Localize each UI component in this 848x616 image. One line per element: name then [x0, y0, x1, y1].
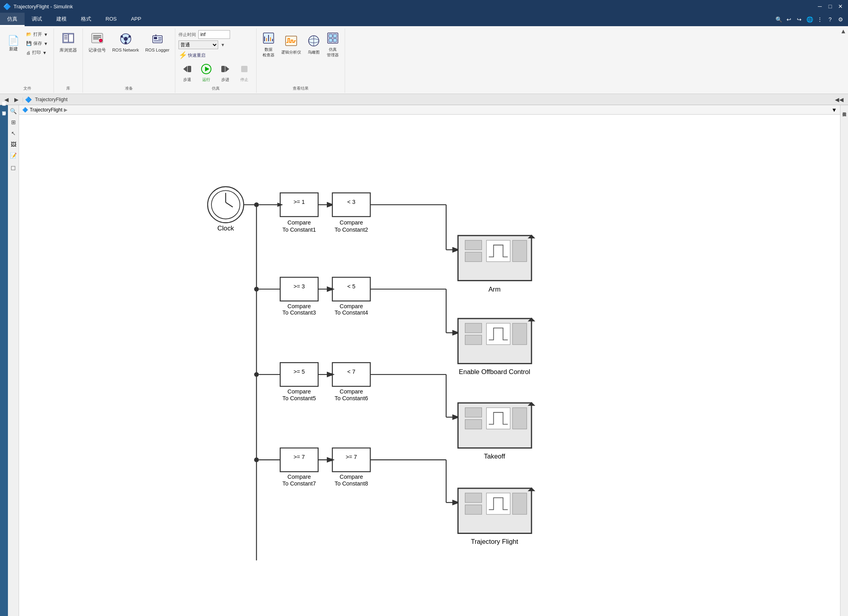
open-dropdown-icon: ▼ [44, 32, 48, 37]
print-button[interactable]: 🖨 打印 ▼ [24, 48, 50, 57]
toolbar-world-btn[interactable]: 🌐 [805, 15, 814, 24]
arm-label: Arm [488, 286, 501, 293]
run-button[interactable]: 运行 [198, 62, 215, 84]
sim-manager-button[interactable]: 仿真管理器 [324, 30, 342, 59]
trajectory-label: Trajectory Flight [471, 538, 518, 545]
toolbar-more-btn[interactable]: ⋮ [815, 15, 824, 24]
svg-marker-28 [225, 66, 229, 72]
library-browser-button[interactable]: 库浏览器 [57, 30, 79, 55]
svg-text:Compare: Compare [288, 474, 311, 480]
toolbar-help-btn[interactable]: ? [826, 15, 835, 24]
data-inspector-button[interactable]: 数据检查器 [260, 30, 277, 59]
toolbar-search-btn[interactable]: 🔍 [774, 15, 783, 24]
svg-point-10 [99, 39, 102, 42]
main-area: 模型浏览器 属性检查器 🔍 ⊞ ↖ 🖼 📝 ☐ 🔷 TrajectoryFlig… [0, 105, 848, 616]
svg-point-103 [254, 457, 259, 462]
menu-bar: 仿真 调试 建模 格式 ROS APP 🔍 ↩ ↪ 🌐 ⋮ ? ⚙ [0, 13, 848, 26]
close-button[interactable]: ✕ [836, 2, 845, 11]
svg-point-69 [254, 287, 259, 292]
open-button[interactable]: 📂 打开 ▼ [24, 30, 50, 38]
fast-restart-label: 快速重启 [188, 52, 205, 58]
model-path-label[interactable]: TrajectoryFlight [30, 107, 62, 113]
svg-text:>= 5: >= 5 [294, 368, 305, 375]
model-path-bar: 🔷 TrajectoryFlight ▶ ▼ [19, 105, 840, 115]
toolbar-settings-btn[interactable]: ⚙ [836, 15, 845, 24]
bird-view-button[interactable]: 鸟瞰图 [305, 33, 322, 57]
svg-rect-100 [486, 408, 510, 429]
app-icon: 🔷 [3, 3, 11, 10]
sidebar-select[interactable]: ↖ [9, 129, 18, 138]
minimize-button[interactable]: ─ [815, 2, 824, 11]
takeoff-label: Takeoff [484, 453, 505, 460]
svg-rect-83 [486, 323, 510, 345]
svg-rect-1 [63, 34, 68, 42]
sidebar-zoom-in[interactable]: 🔍 [9, 107, 18, 115]
open-icon: 📂 [26, 32, 32, 37]
maximize-button[interactable]: □ [826, 2, 835, 11]
svg-text:>= 7: >= 7 [345, 454, 357, 460]
ribbon-group-prepare: 记录信号 ROS Network ROS Logger 准备 [83, 29, 175, 93]
right-panel-tab[interactable]: 仿真数据检查器 [841, 107, 848, 111]
sidebar-checkbox[interactable]: ☐ [9, 164, 18, 173]
ribbon-expand-button[interactable]: ▲ [840, 28, 846, 35]
step-back-button[interactable]: 步退 [178, 62, 196, 84]
svg-text:Compare: Compare [288, 388, 311, 395]
svg-text:< 3: < 3 [347, 199, 355, 205]
record-button[interactable]: 记录信号 [86, 30, 108, 55]
ros-network-icon [119, 33, 132, 48]
logic-analyzer-button[interactable]: 逻辑分析仪 [279, 33, 303, 57]
svg-text:Compare: Compare [340, 303, 363, 309]
enable-offboard-label: Enable Offboard Control [459, 368, 530, 376]
menu-format[interactable]: 格式 [74, 13, 98, 26]
far-left-tab-model[interactable]: 模型浏览器 [0, 107, 8, 111]
diagram-svg: Clock >= 1 Compare To Constant1 < 3 Co [19, 115, 840, 616]
simulation-mode-select[interactable]: 普通 加速 [178, 40, 218, 49]
dropdown-expand-icon: ▼ [221, 42, 225, 47]
sim-manager-icon [326, 32, 339, 47]
diagram-canvas[interactable]: Clock >= 1 Compare To Constant1 < 3 Co [19, 115, 840, 616]
library-icon [62, 32, 75, 47]
print-icon: 🖨 [26, 50, 31, 55]
menu-app[interactable]: APP [124, 13, 148, 26]
run-icon [201, 63, 212, 77]
record-icon [91, 32, 104, 47]
svg-rect-99 [465, 420, 482, 429]
new-button[interactable]: 📄 新建 [5, 33, 22, 54]
svg-text:Compare: Compare [340, 474, 363, 480]
window-title: TrajectoryFlight - Simulink [13, 4, 73, 10]
svg-text:Compare: Compare [340, 219, 363, 226]
model-path-dropdown[interactable]: ▼ [831, 107, 837, 113]
sidebar-annotation[interactable]: 📝 [9, 151, 18, 160]
stop-time-input[interactable] [198, 30, 230, 39]
svg-rect-20 [154, 37, 157, 39]
nav-back-button[interactable]: ◀ [2, 96, 11, 104]
menu-ros[interactable]: ROS [98, 13, 124, 26]
ros-logger-button[interactable]: ROS Logger [143, 31, 172, 54]
new-icon: 📄 [8, 35, 19, 46]
far-left-tab-property[interactable]: 属性检查器 [0, 116, 8, 121]
step-button[interactable]: 步进 [217, 62, 234, 84]
data-inspector-icon [262, 32, 275, 47]
collapse-panel-button[interactable]: ◀◀ [833, 96, 846, 104]
menu-modeling[interactable]: 建模 [49, 13, 74, 26]
sidebar-image[interactable]: 🖼 [9, 140, 18, 149]
svg-text:To Constant3: To Constant3 [282, 309, 316, 316]
nav-forward-button[interactable]: ▶ [12, 96, 21, 104]
ros-network-button[interactable]: ROS Network [110, 31, 141, 54]
stop-button[interactable]: 停止 [236, 62, 253, 84]
window-controls: ─ □ ✕ [815, 2, 845, 11]
save-button[interactable]: 💾 保存 ▼ [24, 39, 50, 48]
ribbon: 📄 新建 📂 打开 ▼ 💾 保存 ▼ 🖨 打印 ▼ [0, 26, 848, 94]
svg-rect-84 [512, 323, 527, 345]
sidebar-fit[interactable]: ⊞ [9, 118, 18, 127]
toolbar-row: ◀ ▶ | 🔷 TrajectoryFlight ◀◀ [0, 94, 848, 105]
menu-debug[interactable]: 调试 [25, 13, 49, 26]
toolbar-redo-btn[interactable]: ↪ [795, 15, 804, 24]
svg-rect-64 [465, 252, 482, 262]
svg-rect-66 [512, 240, 527, 262]
svg-rect-2 [69, 34, 73, 42]
svg-rect-30 [241, 66, 247, 72]
svg-text:>= 3: >= 3 [294, 283, 305, 290]
toolbar-undo-btn[interactable]: ↩ [785, 15, 793, 24]
menu-simulation[interactable]: 仿真 [0, 13, 25, 26]
